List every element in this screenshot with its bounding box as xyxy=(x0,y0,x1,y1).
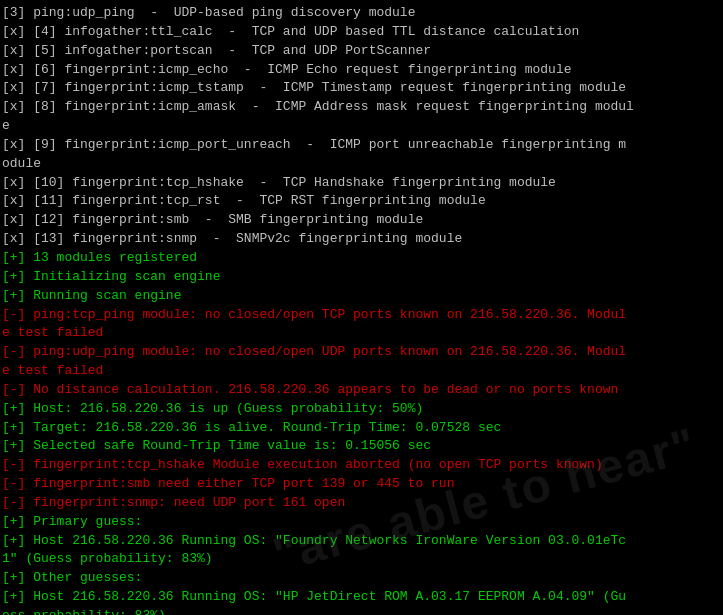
terminal-line: [-] ping:udp_ping module: no closed/open… xyxy=(2,343,721,362)
terminal-line: [-] fingerprint:smb need either TCP port… xyxy=(2,475,721,494)
terminal-line: [-] No distance calculation. 216.58.220.… xyxy=(2,381,721,400)
terminal-line: [x] [4] infogather:ttl_calc - TCP and UD… xyxy=(2,23,721,42)
terminal-content: [3] ping:udp_ping - UDP-based ping disco… xyxy=(2,4,721,615)
terminal-line: [x] [11] fingerprint:tcp_rst - TCP RST f… xyxy=(2,192,721,211)
terminal-line: [+] Host 216.58.220.36 Running OS: "HP J… xyxy=(2,588,721,607)
terminal-line: [x] [8] fingerprint:icmp_amask - ICMP Ad… xyxy=(2,98,721,117)
terminal-line: [-] fingerprint:snmp: need UDP port 161 … xyxy=(2,494,721,513)
terminal-line: [3] ping:udp_ping - UDP-based ping disco… xyxy=(2,4,721,23)
terminal-line: [+] Running scan engine xyxy=(2,287,721,306)
terminal-line: [+] Target: 216.58.220.36 is alive. Roun… xyxy=(2,419,721,438)
terminal-line: [-] fingerprint:tcp_hshake Module execut… xyxy=(2,456,721,475)
terminal-line: [-] ping:tcp_ping module: no closed/open… xyxy=(2,306,721,325)
terminal-line: [x] [6] fingerprint:icmp_echo - ICMP Ech… xyxy=(2,61,721,80)
terminal-line: [+] Host 216.58.220.36 Running OS: "Foun… xyxy=(2,532,721,551)
terminal-line: ess probability: 83%) xyxy=(2,607,721,615)
terminal-line: [+] Primary guess: xyxy=(2,513,721,532)
terminal-line: [+] Other guesses: xyxy=(2,569,721,588)
terminal-line: [+] Host: 216.58.220.36 is up (Guess pro… xyxy=(2,400,721,419)
terminal-line: [+] Initializing scan engine xyxy=(2,268,721,287)
terminal-line: [x] [7] fingerprint:icmp_tstamp - ICMP T… xyxy=(2,79,721,98)
terminal-line: e test failed xyxy=(2,362,721,381)
terminal-line: e test failed xyxy=(2,324,721,343)
terminal-window: [3] ping:udp_ping - UDP-based ping disco… xyxy=(0,0,723,615)
terminal-line: e xyxy=(2,117,721,136)
terminal-line: odule xyxy=(2,155,721,174)
terminal-line: [x] [13] fingerprint:snmp - SNMPv2c fing… xyxy=(2,230,721,249)
terminal-line: [x] [5] infogather:portscan - TCP and UD… xyxy=(2,42,721,61)
terminal-line: [x] [12] fingerprint:smb - SMB fingerpri… xyxy=(2,211,721,230)
terminal-line: 1" (Guess probability: 83%) xyxy=(2,550,721,569)
terminal-line: [+] Selected safe Round-Trip Time value … xyxy=(2,437,721,456)
terminal-line: [x] [9] fingerprint:icmp_port_unreach - … xyxy=(2,136,721,155)
terminal-line: [x] [10] fingerprint:tcp_hshake - TCP Ha… xyxy=(2,174,721,193)
terminal-line: [+] 13 modules registered xyxy=(2,249,721,268)
